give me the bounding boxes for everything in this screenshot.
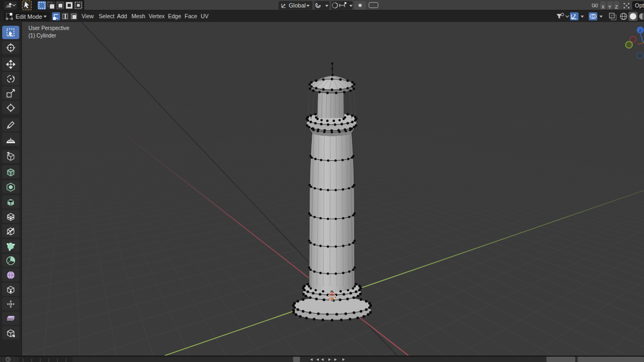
svg-text:(1) Cylinder: (1) Cylinder	[28, 33, 56, 39]
svg-text:Z: Z	[639, 28, 642, 33]
svg-text:User Perspective: User Perspective	[28, 25, 70, 31]
